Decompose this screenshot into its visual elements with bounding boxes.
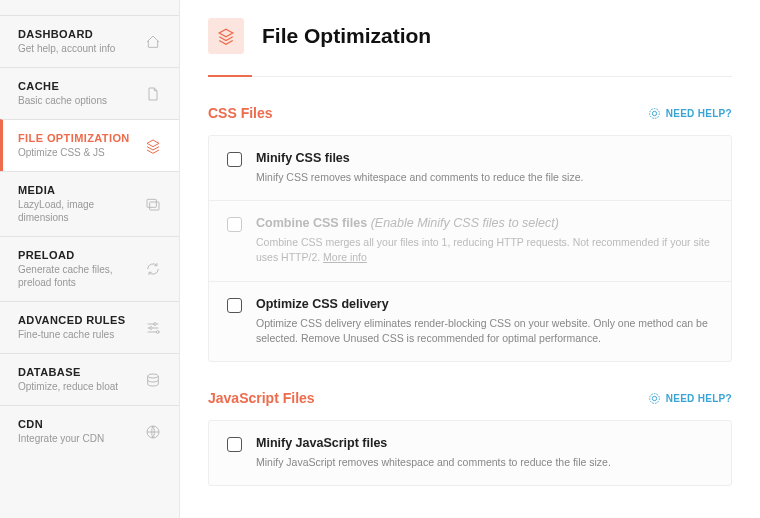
svg-point-5: [148, 374, 159, 378]
page-icon-box: [208, 18, 244, 54]
nav-desc: Basic cache options: [18, 94, 107, 107]
css-options: Minify CSS files Minify CSS removes whit…: [208, 135, 732, 362]
nav-item-cdn[interactable]: CDNIntegrate your CDN: [0, 405, 179, 457]
nav-desc: Generate cache files, preload fonts: [18, 263, 145, 289]
section-header-js: JavaScript Files NEED HELP?: [208, 390, 732, 406]
nav-list: DASHBOARDGet help, account info CACHEBas…: [0, 15, 179, 457]
option-combine-css: Combine CSS files (Enable Minify CSS fil…: [209, 201, 731, 281]
option-minify-css: Minify CSS files Minify CSS removes whit…: [209, 136, 731, 201]
help-label: NEED HELP?: [666, 108, 732, 119]
nav-title: DASHBOARD: [18, 28, 115, 40]
refresh-icon: [145, 261, 161, 277]
sliders-icon: [145, 320, 161, 336]
nav-item-media[interactable]: MEDIALazyLoad, image dimensions: [0, 171, 179, 236]
svg-point-10: [652, 396, 656, 400]
svg-point-9: [649, 393, 659, 403]
svg-point-7: [649, 108, 659, 118]
svg-point-3: [150, 326, 153, 329]
more-info-link[interactable]: More info: [323, 251, 367, 263]
nav-desc: Fine-tune cache rules: [18, 328, 125, 341]
nav-title: PRELOAD: [18, 249, 145, 261]
svg-rect-1: [150, 202, 159, 210]
checkbox-combine-css[interactable]: [227, 217, 242, 232]
help-link[interactable]: NEED HELP?: [648, 392, 732, 405]
nav-item-dashboard[interactable]: DASHBOARDGet help, account info: [0, 15, 179, 67]
checkbox-minify-js[interactable]: [227, 437, 242, 452]
nav-item-advanced-rules[interactable]: ADVANCED RULESFine-tune cache rules: [0, 301, 179, 353]
nav-desc: LazyLoad, image dimensions: [18, 198, 145, 224]
svg-point-2: [154, 322, 157, 325]
option-desc: Combine CSS merges all your files into 1…: [256, 235, 713, 265]
checkbox-minify-css[interactable]: [227, 152, 242, 167]
nav-desc: Optimize CSS & JS: [18, 146, 130, 159]
nav-item-database[interactable]: DATABASEOptimize, reduce bloat: [0, 353, 179, 405]
nav-desc: Optimize, reduce bloat: [18, 380, 118, 393]
layers-icon: [145, 138, 161, 154]
svg-rect-0: [147, 199, 156, 207]
section-title: CSS Files: [208, 105, 273, 121]
nav-title: MEDIA: [18, 184, 145, 196]
option-desc: Minify JavaScript removes whitespace and…: [256, 455, 713, 470]
help-link[interactable]: NEED HELP?: [648, 107, 732, 120]
nav-title: ADVANCED RULES: [18, 314, 125, 326]
page-title: File Optimization: [262, 24, 431, 48]
option-minify-js: Minify JavaScript files Minify JavaScrip…: [209, 421, 731, 485]
option-optimize-css-delivery: Optimize CSS delivery Optimize CSS deliv…: [209, 282, 731, 361]
nav-title: DATABASE: [18, 366, 118, 378]
nav-desc: Integrate your CDN: [18, 432, 104, 445]
section-title: JavaScript Files: [208, 390, 315, 406]
nav-title: FILE OPTIMIZATION: [18, 132, 130, 144]
database-icon: [145, 372, 161, 388]
option-desc: Minify CSS removes whitespace and commen…: [256, 170, 713, 185]
nav-item-file-optimization[interactable]: FILE OPTIMIZATIONOptimize CSS & JS: [0, 119, 179, 171]
checkbox-optimize-css[interactable]: [227, 298, 242, 313]
option-title: Minify CSS files: [256, 151, 713, 165]
svg-point-4: [156, 330, 159, 333]
nav-desc: Get help, account info: [18, 42, 115, 55]
section-header-css: CSS Files NEED HELP?: [208, 105, 732, 121]
js-options: Minify JavaScript files Minify JavaScrip…: [208, 420, 732, 486]
file-icon: [145, 86, 161, 102]
option-title: Optimize CSS delivery: [256, 297, 713, 311]
svg-point-8: [652, 111, 656, 115]
page-header: File Optimization: [208, 18, 732, 77]
nav-item-preload[interactable]: PRELOADGenerate cache files, preload fon…: [0, 236, 179, 301]
images-icon: [145, 196, 161, 212]
option-title: Combine CSS files (Enable Minify CSS fil…: [256, 216, 713, 230]
nav-title: CACHE: [18, 80, 107, 92]
nav-item-cache[interactable]: CACHEBasic cache options: [0, 67, 179, 119]
help-icon: [648, 392, 661, 405]
home-icon: [145, 34, 161, 50]
option-title: Minify JavaScript files: [256, 436, 713, 450]
main-content: File Optimization CSS Files NEED HELP? M…: [180, 0, 760, 518]
nav-title: CDN: [18, 418, 104, 430]
sidebar: WP ROCKET Superior WordPress Performance…: [0, 0, 180, 518]
globe-icon: [145, 424, 161, 440]
layers-icon: [217, 27, 235, 45]
option-desc: Optimize CSS delivery eliminates render-…: [256, 316, 713, 346]
help-icon: [648, 107, 661, 120]
help-label: NEED HELP?: [666, 393, 732, 404]
